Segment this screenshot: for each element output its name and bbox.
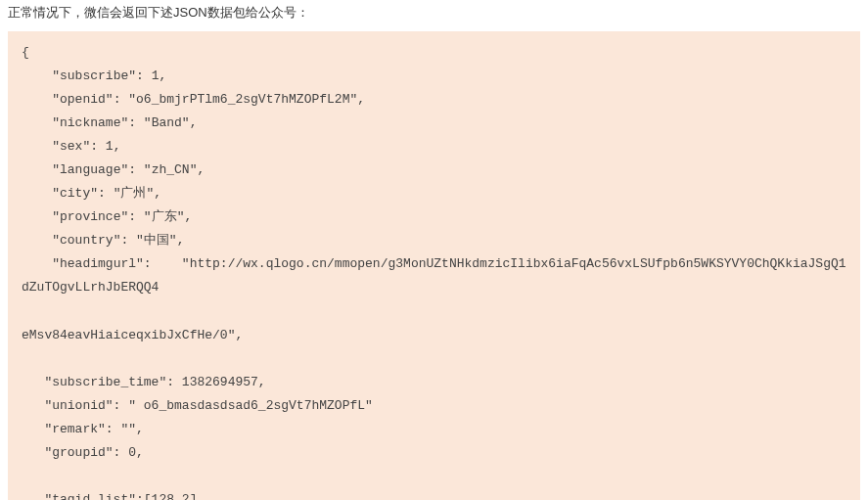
intro-text: 正常情况下，微信会返回下述JSON数据包给公众号： [0,0,868,31]
json-code-block: { "subscribe": 1, "openid": "o6_bmjrPTlm… [8,31,860,500]
